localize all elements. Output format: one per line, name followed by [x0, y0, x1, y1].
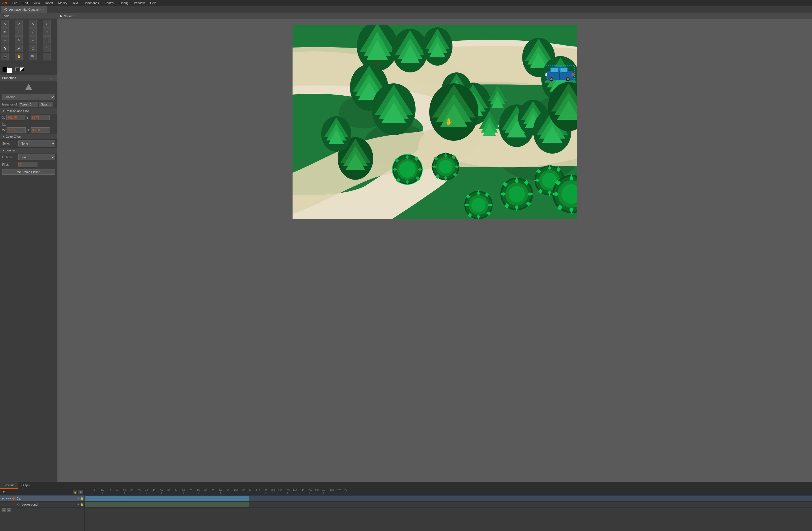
- layer-background[interactable]: background 👁 🔒: [0, 501, 85, 507]
- symbol-icon-area: [0, 81, 57, 93]
- menu-help[interactable]: Help: [148, 1, 159, 5]
- bg-vis[interactable]: 👁: [77, 503, 79, 506]
- no-color[interactable]: [15, 68, 19, 71]
- svg-point-162: [567, 78, 569, 80]
- car-lock[interactable]: 🔒: [81, 497, 83, 500]
- svg-point-100: [509, 186, 525, 202]
- car-vis[interactable]: 👁: [77, 497, 79, 500]
- ruler-tick-20: 100: [234, 489, 238, 495]
- play-back-btn[interactable]: ◀: [6, 497, 8, 500]
- bg-lock[interactable]: 🔒: [81, 503, 83, 506]
- stop-btn[interactable]: ■: [10, 497, 12, 500]
- bone-tool[interactable]: 🦴: [1, 45, 9, 52]
- bg-keyframe: [17, 503, 20, 506]
- options-dropdown[interactable]: Loop: [18, 154, 55, 160]
- freetransform-tool[interactable]: ⤡: [29, 20, 37, 28]
- menu-view[interactable]: View: [31, 1, 42, 5]
- y-label: Y:: [27, 116, 30, 119]
- options-row: Options: Loop: [0, 153, 57, 161]
- menu-debug[interactable]: Debug: [118, 1, 131, 5]
- pen-tool[interactable]: ✒: [1, 28, 9, 36]
- tab-timeline[interactable]: Timeline: [0, 482, 18, 489]
- layer-car-controls: ◀ ▶ ■: [6, 497, 12, 500]
- car-element: [545, 65, 575, 82]
- play-fwd-btn[interactable]: ▶: [8, 497, 10, 500]
- subselect-tool[interactable]: ↗: [15, 20, 23, 28]
- shape-tool[interactable]: □: [43, 28, 50, 36]
- timeline-ruler-area[interactable]: 510151s253035404550552s65707580859095100…: [85, 489, 812, 531]
- paint-bucket-tool[interactable]: ⬛: [43, 36, 50, 44]
- layer-car[interactable]: ▶ ◀ ▶ ■ Car 👁 🔒: [0, 496, 85, 501]
- ruler-tick-12: 2s: [175, 489, 177, 495]
- menu-window[interactable]: Window: [132, 1, 147, 5]
- w-input[interactable]: [6, 127, 26, 133]
- fill-color[interactable]: [6, 68, 12, 73]
- minimize-btn[interactable]: —: [50, 76, 53, 79]
- symbol-type-dropdown[interactable]: Graphic: [2, 94, 55, 100]
- brush-tool[interactable]: ✎: [15, 36, 23, 44]
- add-layer-btn[interactable]: +: [2, 508, 6, 512]
- swap-colors[interactable]: [20, 68, 24, 71]
- pencil-tool[interactable]: ✏: [29, 36, 37, 44]
- symbol-icon: [25, 83, 32, 91]
- document-tab[interactable]: V2_Animation.fla (Canvas)* ×: [1, 6, 47, 13]
- select-tool[interactable]: ↖: [1, 20, 9, 28]
- menu-insert[interactable]: Insert: [43, 1, 55, 5]
- menu-text[interactable]: Text: [71, 1, 81, 5]
- instance-input[interactable]: [19, 102, 38, 107]
- oval-tool[interactable]: ○: [1, 36, 9, 44]
- h-input[interactable]: [31, 127, 50, 133]
- hand-tool[interactable]: ✋: [15, 53, 23, 60]
- x-input[interactable]: [6, 115, 26, 120]
- delete-layer-btn[interactable]: −: [7, 508, 11, 512]
- transform-tool[interactable]: ⟳: [43, 45, 50, 52]
- first-input[interactable]: [18, 162, 38, 167]
- show-all-btn[interactable]: 👁: [78, 490, 83, 495]
- w-group: W:: [2, 127, 26, 133]
- close-btn[interactable]: ×: [54, 76, 55, 79]
- ruler-tick-19: 95: [227, 489, 229, 495]
- canvas-stage[interactable]: ✋: [292, 25, 577, 219]
- svg-point-161: [550, 78, 553, 80]
- looping-arrow: ▼: [2, 149, 5, 152]
- app-logo: An: [2, 1, 7, 5]
- frame-picker-button[interactable]: Use Frame Picker...: [2, 169, 55, 175]
- bg-frame-block: [85, 502, 249, 507]
- eraser-tool[interactable]: ◻: [29, 45, 37, 52]
- y-input[interactable]: [31, 115, 50, 120]
- h-group: H:: [27, 127, 50, 133]
- menu-commands[interactable]: Commands: [82, 1, 101, 5]
- lock-icon[interactable]: 🔗: [2, 122, 6, 126]
- color-effect-arrow: ▼: [2, 135, 5, 138]
- menu-file[interactable]: File: [10, 1, 19, 5]
- extra-tool[interactable]: [43, 53, 50, 60]
- lasso-tool[interactable]: ◎: [43, 20, 50, 28]
- zoom-tool[interactable]: 🔍: [29, 53, 37, 60]
- ruler-tick-21: 105: [241, 489, 245, 495]
- position-size-section[interactable]: ▼ Position and Size: [0, 108, 57, 114]
- looping-section[interactable]: ▼ Looping: [0, 147, 57, 153]
- svg-rect-164: [572, 73, 574, 76]
- ruler-tick-23: 115: [256, 489, 260, 495]
- eyedropper-tool[interactable]: 💉: [15, 45, 23, 52]
- camera-tool[interactable]: 📷: [1, 53, 9, 60]
- lock-all-btn[interactable]: 🔒: [73, 490, 77, 495]
- timeline-content: Off 🔒 👁 ▶ ◀ ▶ ■ Car 👁 🔒: [0, 489, 812, 531]
- tab-close-btn[interactable]: ×: [42, 8, 44, 11]
- color-section: [0, 64, 57, 75]
- tools-grid: ↖ ↗ ⤡ ◎ ✒ T ╱ □ ○ ✎ ✏ ⬛ 🦴 💉 ◻ ⟳ 📷: [0, 19, 57, 61]
- menu-control[interactable]: Control: [102, 1, 116, 5]
- menu-edit[interactable]: Edit: [20, 1, 30, 5]
- swap-button[interactable]: Swap...: [39, 102, 53, 107]
- color-effect-label: Color Effect: [6, 135, 21, 138]
- text-tool[interactable]: T: [15, 28, 23, 36]
- layer-bg-icon: [1, 503, 5, 506]
- line-tool[interactable]: ╱: [29, 28, 37, 36]
- menu-modify[interactable]: Modify: [56, 1, 69, 5]
- color-effect-section[interactable]: ▼ Color Effect: [0, 134, 57, 139]
- ruler-tick-14: 70: [189, 489, 192, 495]
- style-dropdown[interactable]: None: [18, 141, 55, 147]
- car-keyframe: [12, 497, 15, 500]
- svg-point-136: [472, 198, 485, 212]
- tab-output[interactable]: Output: [18, 482, 34, 489]
